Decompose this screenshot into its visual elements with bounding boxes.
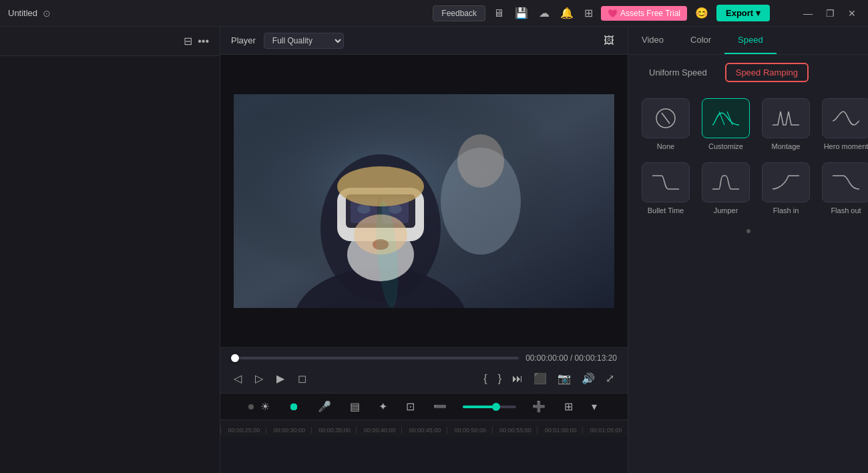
zoom-bar [463,406,516,408]
export-chevron-icon: ▾ [756,8,761,18]
player-header-right: 🖼 [601,32,617,49]
timeline-btn-2[interactable]: ▤ [347,398,363,416]
timeline-btn-zoom-out[interactable]: ➖ [431,398,449,416]
tab-video[interactable]: Video [628,27,677,54]
speed-grid: NoneCustomizeMontageHero momentBullet Ti… [628,90,868,222]
minimize-button[interactable]: — [799,7,817,20]
title-bar-left: Untitled ⊙ [8,8,404,19]
subtab-ramping[interactable]: Speed Ramping [725,63,809,82]
feedback-button[interactable]: Feedback [433,5,485,21]
maximize-button[interactable]: ❐ [822,7,839,20]
timeline-area: ☀ ⏺ 🎤 ▤ ✦ ⊡ ➖ ➕ ⊞ ▾ 00:00:25:0 [220,393,628,473]
svg-point-10 [357,204,371,214]
face-icon-btn[interactable]: 😊 [692,4,711,22]
svg-line-19 [662,113,670,124]
progress-thumb[interactable] [231,354,239,362]
screen-button[interactable]: ⬛ [531,369,550,387]
stop-button[interactable]: ◻ [295,369,309,387]
monitor-icon-btn[interactable]: 🖥 [491,5,507,22]
speed-preset-customize[interactable]: Customize [699,96,752,153]
timeline-more-btn[interactable]: ▾ [589,398,600,416]
speed-preset-hero[interactable]: Hero moment [819,96,868,153]
title-bar-right: — ❐ ✕ [799,7,860,20]
tab-color[interactable]: Color [677,27,724,54]
heart-icon: 💗 [608,9,618,18]
ruler-mark: 00:00:50:00 [447,427,492,434]
fullscreen-button[interactable]: ⤢ [603,369,617,387]
timeline-grid-btn[interactable]: ⊞ [562,398,576,416]
zoom-slider[interactable] [463,406,516,408]
ruler-mark: 00:00:35:00 [311,427,357,434]
left-panel-toolbar: ⊟ ••• [0,27,220,56]
speed-label-flash-out: Flash out [831,206,861,214]
split-button[interactable]: ⏭ [509,370,525,387]
speed-icon-jumper [702,162,750,202]
speed-preset-bullet[interactable]: Bullet Time [639,160,692,217]
quality-select[interactable]: Full Quality Half Quality Quarter Qualit… [264,33,344,49]
timeline-btn-zoom-in[interactable]: ➕ [529,398,548,416]
volume-button[interactable]: 🔊 [579,369,598,387]
play-button[interactable]: ▶ [274,369,287,387]
more-options-icon-btn[interactable]: ••• [195,33,212,50]
speed-icon-flash-out [822,162,868,202]
subtab-uniform[interactable]: Uniform Speed [639,63,717,82]
zoom-thumb[interactable] [492,403,500,411]
timeline-btn-record[interactable]: ⏺ [286,398,302,416]
player-header: Player Full Quality Half Quality Quarter… [220,27,628,55]
player-label: Player [231,35,256,45]
speed-preset-montage[interactable]: Montage [759,96,813,153]
speed-label-flash-in: Flash in [773,206,799,214]
timeline-indicator [248,404,254,410]
assets-free-trial-button[interactable]: 💗 Assets Free Trial [601,6,687,21]
speed-label-none: None [657,142,674,150]
left-panel-body [0,56,220,473]
mark-out-button[interactable]: } [495,370,504,387]
timeline-btn-4[interactable]: ⊡ [403,398,417,416]
speed-icon-montage [762,98,810,138]
video-frame-svg [234,94,614,308]
speed-preset-none[interactable]: None [639,96,692,153]
tab-speed[interactable]: Speed [724,27,777,54]
player-controls: 00:00:00:00 / 00:00:13:20 ◁ ▷ ▶ ◻ { } ⏭ … [220,347,628,393]
speed-preset-flash-out[interactable]: Flash out [819,160,868,217]
progress-bar[interactable] [231,357,519,359]
filter-icon-btn[interactable]: ⊟ [181,32,195,50]
speed-icon-flash-in [762,162,810,202]
speed-label-hero: Hero moment [824,142,868,150]
title-bar: Untitled ⊙ Feedback 🖥 💾 ☁ 🔔 ⊞ 💗 Assets F… [0,0,868,27]
controls-center: { } ⏭ ⬛ 📷 🔊 ⤢ [481,369,617,387]
scroll-indicator [746,229,750,233]
image-icon-btn[interactable]: 🖼 [601,32,617,49]
step-forward-button[interactable]: ▷ [252,369,266,387]
speed-label-customize: Customize [708,142,743,150]
timeline-tracks [220,436,628,473]
close-button[interactable]: ✕ [844,7,860,20]
mark-in-button[interactable]: { [481,370,489,387]
speed-icon-customize [702,98,750,138]
ruler-mark: 00:00:30:00 [266,427,311,434]
progress-row: 00:00:00:00 / 00:00:13:20 [231,347,617,367]
video-preview [234,94,614,308]
timeline-toolbar: ☀ ⏺ 🎤 ▤ ✦ ⊡ ➖ ➕ ⊞ ▾ [220,393,628,420]
video-area [220,55,628,347]
bell-icon-btn[interactable]: 🔔 [558,4,576,22]
upload-icon-btn[interactable]: ☁ [536,4,552,22]
rewind-button[interactable]: ◁ [231,369,244,387]
ruler-mark: 00:01:05:00 [582,427,628,434]
export-button[interactable]: Export ▾ [716,5,770,21]
zoom-fill [463,406,495,408]
camera-button[interactable]: 📷 [555,369,574,387]
timeline-btn-3[interactable]: ✦ [376,398,390,416]
timeline-btn-1[interactable]: ☀ [258,398,272,416]
speed-icon-hero [822,98,868,138]
timeline-btn-mic[interactable]: 🎤 [315,398,334,416]
ruler-mark: 00:01:00:00 [537,427,582,434]
grid-icon-btn[interactable]: ⊞ [582,4,596,22]
ruler-mark: 00:00:40:00 [356,427,401,434]
ruler-marks: 00:00:25:0000:00:30:0000:00:35:0000:00:4… [220,427,628,434]
speed-preset-jumper[interactable]: Jumper [699,160,752,217]
speed-preset-flash-in[interactable]: Flash in [759,160,813,217]
svg-point-16 [457,134,504,188]
time-display: 00:00:00:00 / 00:00:13:20 [525,353,617,363]
save-icon-btn[interactable]: 💾 [512,4,531,22]
